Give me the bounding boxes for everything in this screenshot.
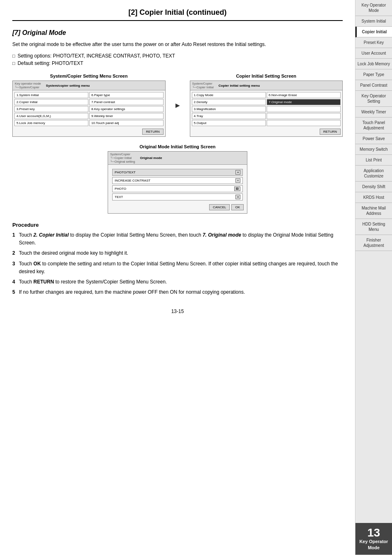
menu-item-1-system-initial[interactable]: 1.System Initial xyxy=(14,92,88,98)
copier-menu-grid: 1.Copy Mode 6.Non-image Erase 2.Density … xyxy=(192,92,341,126)
sidebar-item-copier-initial[interactable]: Copier Initial xyxy=(355,27,392,37)
sidebar-item-power-save[interactable]: Power Save xyxy=(355,134,392,144)
mode-option-text[interactable]: TEXT ≡ xyxy=(112,193,243,200)
screen-body-right: 1.Copy Mode 6.Non-image Erase 2.Density … xyxy=(190,90,343,136)
mode-label-photo: PHOTO xyxy=(115,187,126,191)
copier-menu-2-density[interactable]: 2.Density xyxy=(192,99,266,105)
menu-item-8-key-operator-settings[interactable]: 8.Key operator settings xyxy=(89,106,163,112)
procedure-step-2: Touch the desired original mode key to h… xyxy=(12,249,343,257)
procedure-step-4: Touch RETURN to restore the System/Copie… xyxy=(12,278,343,286)
mode-label-photo-text: PHOTO/TEXT xyxy=(115,170,136,174)
screens-row-top: System/Copier Setting Menu Screen Key op… xyxy=(12,74,343,137)
bullet-list: Setting options: PHOTO/TEXT, INCREASE CO… xyxy=(12,53,343,66)
step4-bold-return: RETURN xyxy=(33,279,54,285)
copier-menu-empty-3 xyxy=(267,120,341,126)
sidebar-item-machine-mail-address[interactable]: Machine Mail Address xyxy=(355,203,392,219)
menu-item-10-touch-panel-adj[interactable]: 10.Touch panel adj xyxy=(89,120,163,126)
sidebar-item-lock-job-memory[interactable]: Lock Job Memory xyxy=(355,59,392,69)
sidebar: Key Operator Mode System Initial Copier … xyxy=(355,0,392,555)
bullet-item-1: Setting options: PHOTO/TEXT, INCREASE CO… xyxy=(12,53,343,59)
sidebar-item-user-account[interactable]: User Account xyxy=(355,48,392,59)
copier-menu-3-magnification[interactable]: 3.Magnification xyxy=(192,106,266,112)
breadcrumb-left: Key operator mode└─System/Copier xyxy=(15,82,41,89)
section-title: [7] Original Mode xyxy=(12,29,343,37)
screen-body-left: 1.System Initial 6.Paper type 2.Copier I… xyxy=(13,90,165,136)
menu-item-6-paper-type[interactable]: 6.Paper type xyxy=(89,92,163,98)
screen-header-left: Key operator mode└─System/Copier System/… xyxy=(13,81,165,90)
arrow-right-icon: ▶ xyxy=(174,102,182,108)
sidebar-item-key-operator-mode[interactable]: Key Operator Mode xyxy=(355,0,392,16)
step1-bold2: 7. Original mode xyxy=(203,232,241,238)
menu-item-2-copier-initial[interactable]: 2.Copier Initial xyxy=(14,99,88,105)
screen-body-bottom: PHOTO/TEXT ≡ INCREASE CONTRAST + PHOTO 🖼 xyxy=(108,165,247,213)
step3-bold-ok: OK xyxy=(33,261,41,267)
cancel-button[interactable]: CANCEL xyxy=(209,204,230,210)
sidebar-item-list-print[interactable]: List Print xyxy=(355,155,392,166)
screen-title-left-inline: System/copier setting menu xyxy=(46,84,90,88)
original-mode-screen-container: Original Mode Initial Setting Screen Sys… xyxy=(108,144,247,214)
procedure-list: Touch 2. Copier Initial to display the C… xyxy=(12,231,343,296)
left-screen-label: System/Copier Setting Menu Screen xyxy=(12,74,166,78)
mode-option-photo[interactable]: PHOTO 🖼 xyxy=(112,185,243,192)
menu-item-5-lock-job-memory[interactable]: 5.Lock Job memory xyxy=(14,120,88,126)
mode-icon-photo-text: ≡ xyxy=(235,170,240,175)
screen-header-right: System/Copier└─Copier Initial Copier ini… xyxy=(190,81,343,90)
screen-title-bottom-inline: Original mode xyxy=(140,156,162,160)
sidebar-item-bottom-key-operator[interactable]: 13 Key Operator Mode xyxy=(355,523,392,555)
step1-bold1: 2. Copier Initial xyxy=(33,232,69,238)
procedure-title: Procedure xyxy=(12,222,343,228)
mode-icon-photo: 🖼 xyxy=(234,187,240,191)
return-button-left[interactable]: RETURN xyxy=(142,129,163,135)
procedure-step-1: Touch 2. Copier Initial to display the C… xyxy=(12,231,343,247)
menu-item-4-user-account[interactable]: 4.User account(E,G,M,) xyxy=(14,113,88,119)
copier-menu-6-non-image-erase[interactable]: 6.Non-image Erase xyxy=(267,92,341,98)
procedure-section: Procedure Touch 2. Copier Initial to dis… xyxy=(12,222,343,296)
menu-item-9-weekly-timer[interactable]: 9.Weekly timer xyxy=(89,113,163,119)
sidebar-item-memory-switch[interactable]: Memory Switch xyxy=(355,144,392,155)
sidebar-item-panel-contrast[interactable]: Panel Contrast xyxy=(355,80,392,91)
mode-option-increase-contrast[interactable]: INCREASE CONTRAST + xyxy=(112,177,243,184)
mode-option-photo-text[interactable]: PHOTO/TEXT ≡ xyxy=(112,169,243,176)
mode-icon-text: ≡ xyxy=(235,195,240,199)
mode-icon-increase-contrast: + xyxy=(235,178,240,183)
sidebar-item-application-customize[interactable]: Application Customize xyxy=(355,166,392,182)
mode-label-increase-contrast: INCREASE CONTRAST xyxy=(115,179,150,182)
sidebar-item-system-initial[interactable]: System Initial xyxy=(355,16,392,27)
copier-menu-empty-1 xyxy=(267,106,341,112)
sidebar-item-finisher-adjustment[interactable]: Finisher Adjustment xyxy=(355,235,392,251)
sidebar-item-paper-type[interactable]: Paper Type xyxy=(355,69,392,80)
copier-menu-4-tray[interactable]: 4.Tray xyxy=(192,113,266,119)
mode-label-text: TEXT xyxy=(115,195,123,199)
page-header: [2] Copier Initial (continued) xyxy=(12,8,343,21)
copier-menu-empty-2 xyxy=(267,113,341,119)
system-copier-screen: Key operator mode└─System/Copier System/… xyxy=(12,81,166,137)
menu-grid-left: 1.System Initial 6.Paper type 2.Copier I… xyxy=(14,92,164,126)
mode-buttons: CANCEL OK xyxy=(110,203,245,212)
right-screen-label: Copier Initial Setting Screen xyxy=(190,74,343,78)
sidebar-item-krds-host[interactable]: KRDS Host xyxy=(355,192,392,203)
screens-row-bottom: Original Mode Initial Setting Screen Sys… xyxy=(12,144,343,214)
return-button-right[interactable]: RETURN xyxy=(320,129,341,135)
ok-button[interactable]: OK xyxy=(231,204,244,210)
copier-initial-screen: System/Copier└─Copier Initial Copier ini… xyxy=(190,81,343,137)
main-content: [2] Copier Initial (continued) [7] Origi… xyxy=(0,0,355,327)
screen-header-bottom: System/Copier└─Copier Initial└─Original … xyxy=(108,152,247,165)
sidebar-item-touch-panel-adjustment[interactable]: Touch Panel Adjustment xyxy=(355,117,392,134)
copier-menu-7-original-mode[interactable]: 7.Original mode xyxy=(267,99,341,105)
menu-item-7-panel-contrast[interactable]: 7.Panel contrast xyxy=(89,99,163,105)
system-copier-screen-container: System/Copier Setting Menu Screen Key op… xyxy=(12,74,166,137)
sidebar-item-key-operator-setting[interactable]: Key Operator Setting xyxy=(355,91,392,107)
sidebar-item-preset-key[interactable]: Preset Key xyxy=(355,37,392,48)
sidebar-item-density-shift[interactable]: Density Shift xyxy=(355,182,392,192)
copier-menu-5-output[interactable]: 5.Output xyxy=(192,120,266,126)
sidebar-item-hdd-setting-menu[interactable]: HDD Setting Menu xyxy=(355,219,392,235)
procedure-step-5: If no further changes are required, turn… xyxy=(12,288,343,296)
copier-menu-1-copy-mode[interactable]: 1.Copy Mode xyxy=(192,92,266,98)
description: Set the original mode to be effective af… xyxy=(12,41,343,48)
mode-options: PHOTO/TEXT ≡ INCREASE CONTRAST + PHOTO 🖼 xyxy=(110,166,245,203)
breadcrumb-right: System/Copier└─Copier Initial xyxy=(192,82,214,89)
bullet-item-2: Default setting: PHOTO/TEXT xyxy=(12,60,343,66)
menu-item-3-preset-key[interactable]: 3.Preset key xyxy=(14,106,88,112)
breadcrumb-bottom: System/Copier└─Copier Initial└─Original … xyxy=(110,152,135,164)
sidebar-item-weekly-timer[interactable]: Weekly Timer xyxy=(355,107,392,117)
